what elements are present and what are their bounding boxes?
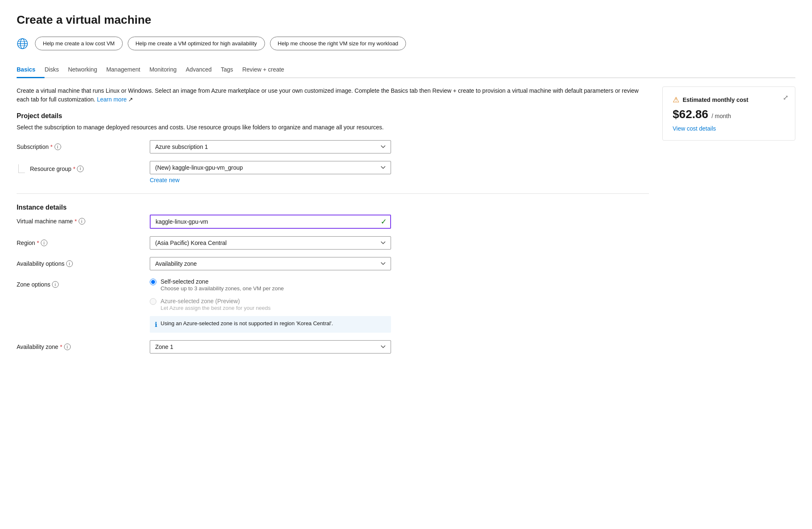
ai-globe-icon bbox=[17, 38, 28, 49]
tab-disks[interactable]: Disks bbox=[45, 62, 68, 78]
availability-options-label: Availability options i bbox=[17, 257, 150, 267]
self-selected-zone-label: Self-selected zone Choose up to 3 availa… bbox=[161, 278, 284, 292]
tab-advanced[interactable]: Advanced bbox=[186, 62, 221, 78]
azure-selected-zone-label: Azure-selected zone (Preview) Let Azure … bbox=[161, 297, 271, 312]
tab-review[interactable]: Review + create bbox=[242, 62, 293, 78]
zone-options-row: Zone options i Self-selected zone Choose… bbox=[17, 278, 649, 333]
resource-group-label: Resource group * i bbox=[17, 161, 150, 173]
resource-group-control: (New) kaggle-linux-gpu-vm_group Create n… bbox=[150, 161, 391, 183]
main-layout: Create a virtual machine that runs Linux… bbox=[17, 87, 795, 361]
resource-group-select[interactable]: (New) kaggle-linux-gpu-vm_group bbox=[150, 161, 391, 174]
zone-options-radio-group: Self-selected zone Choose up to 3 availa… bbox=[150, 278, 391, 312]
cost-period: / month bbox=[712, 113, 731, 119]
form-area: Create a virtual machine that runs Linux… bbox=[17, 87, 649, 361]
cost-panel-title: Estimated monthly cost bbox=[683, 96, 748, 103]
tab-management[interactable]: Management bbox=[106, 62, 149, 78]
subscription-select[interactable]: Azure subscription 1 bbox=[150, 140, 391, 153]
vm-name-label: Virtual machine name * i bbox=[17, 215, 150, 225]
availability-zone-info-icon[interactable]: i bbox=[64, 344, 71, 350]
availability-options-select[interactable]: Availability zone bbox=[150, 257, 391, 270]
low-cost-vm-button[interactable]: Help me create a low cost VM bbox=[35, 37, 123, 50]
cost-warning-icon: ⚠ bbox=[673, 95, 679, 104]
availability-zone-control: Zone 1 bbox=[150, 340, 391, 353]
vm-name-control: ✓ bbox=[150, 215, 391, 229]
cost-amount-row: $62.86 / month bbox=[673, 108, 785, 121]
region-label: Region * i bbox=[17, 236, 150, 246]
cost-amount: $62.86 bbox=[673, 108, 708, 121]
region-required: * bbox=[37, 240, 39, 246]
resource-group-info-icon[interactable]: i bbox=[77, 166, 84, 172]
instance-details-title: Instance details bbox=[17, 204, 649, 211]
vm-name-row: Virtual machine name * i ✓ bbox=[17, 215, 649, 229]
tabs-row: Basics Disks Networking Management Monit… bbox=[17, 62, 795, 78]
view-cost-details-link[interactable]: View cost details bbox=[673, 125, 716, 132]
azure-selected-zone-radio[interactable] bbox=[150, 298, 156, 305]
region-info-icon[interactable]: i bbox=[41, 240, 47, 246]
self-selected-zone-radio[interactable] bbox=[150, 279, 156, 285]
vm-name-check-icon: ✓ bbox=[381, 217, 387, 226]
availability-zone-row: Availability zone * i Zone 1 bbox=[17, 340, 649, 353]
subscription-control: Azure subscription 1 bbox=[150, 140, 391, 153]
learn-more-link[interactable]: Learn more bbox=[97, 96, 127, 103]
project-details-section: Project details Select the subscription … bbox=[17, 112, 649, 183]
resource-group-required: * bbox=[73, 166, 75, 172]
project-details-desc: Select the subscription to manage deploy… bbox=[17, 123, 649, 132]
tab-monitoring[interactable]: Monitoring bbox=[149, 62, 186, 78]
vm-name-info-icon[interactable]: i bbox=[79, 218, 85, 225]
availability-options-control: Availability zone bbox=[150, 257, 391, 270]
tab-networking[interactable]: Networking bbox=[68, 62, 106, 78]
cost-panel: ⚠ Estimated monthly cost ⤢ $62.86 / mont… bbox=[662, 87, 795, 141]
info-circle-icon: ℹ bbox=[155, 321, 157, 329]
zone-option-self-selected: Self-selected zone Choose up to 3 availa… bbox=[150, 278, 391, 292]
section-divider-1 bbox=[17, 193, 649, 194]
zone-options-info-icon[interactable]: i bbox=[52, 281, 59, 288]
page-description: Create a virtual machine that runs Linux… bbox=[17, 87, 649, 104]
instance-details-section: Instance details Virtual machine name * … bbox=[17, 204, 649, 353]
vm-name-input[interactable] bbox=[150, 215, 391, 229]
subscription-info-icon[interactable]: i bbox=[54, 143, 61, 150]
right-size-vm-button[interactable]: Help me choose the right VM size for my … bbox=[270, 37, 406, 50]
create-new-link[interactable]: Create new bbox=[150, 177, 180, 183]
resource-group-row: Resource group * i (New) kaggle-linux-gp… bbox=[17, 161, 649, 183]
zone-options-control: Self-selected zone Choose up to 3 availa… bbox=[150, 278, 391, 333]
availability-zone-label: Availability zone * i bbox=[17, 340, 150, 350]
azure-zone-info-message: ℹ Using an Azure-selected zone is not su… bbox=[150, 316, 391, 333]
expand-icon[interactable]: ⤢ bbox=[783, 94, 788, 101]
ai-buttons-row: Help me create a low cost VM Help me cre… bbox=[17, 37, 795, 50]
region-select[interactable]: (Asia Pacific) Korea Central bbox=[150, 236, 391, 250]
region-row: Region * i (Asia Pacific) Korea Central bbox=[17, 236, 649, 250]
vm-name-required: * bbox=[74, 218, 77, 225]
availability-options-row: Availability options i Availability zone bbox=[17, 257, 649, 270]
availability-options-info-icon[interactable]: i bbox=[66, 260, 73, 267]
availability-zone-select[interactable]: Zone 1 bbox=[150, 340, 391, 353]
cost-panel-header: ⚠ Estimated monthly cost bbox=[673, 95, 785, 104]
vm-name-input-wrapper: ✓ bbox=[150, 215, 391, 229]
high-availability-vm-button[interactable]: Help me create a VM optimized for high a… bbox=[128, 37, 265, 50]
subscription-label: Subscription * i bbox=[17, 140, 150, 150]
region-control: (Asia Pacific) Korea Central bbox=[150, 236, 391, 250]
zone-options-label: Zone options i bbox=[17, 278, 150, 288]
tab-basics[interactable]: Basics bbox=[17, 62, 45, 78]
page-title: Create a virtual machine bbox=[17, 13, 795, 27]
project-details-title: Project details bbox=[17, 112, 649, 120]
subscription-row: Subscription * i Azure subscription 1 bbox=[17, 140, 649, 153]
subscription-required: * bbox=[50, 143, 52, 150]
availability-zone-required: * bbox=[60, 344, 62, 350]
zone-option-azure-selected: Azure-selected zone (Preview) Let Azure … bbox=[150, 297, 391, 312]
tab-tags[interactable]: Tags bbox=[221, 62, 243, 78]
